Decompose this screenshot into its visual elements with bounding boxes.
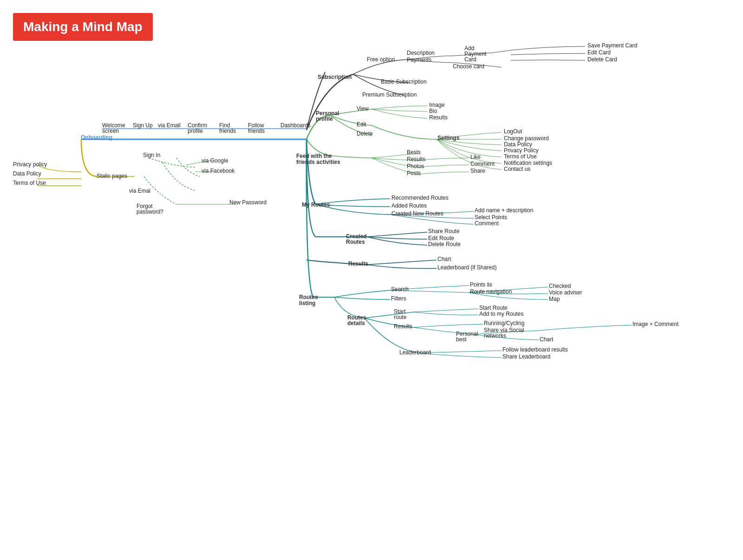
results-routes-label: Results bbox=[394, 323, 412, 330]
photos-label: Photos bbox=[407, 163, 424, 169]
add-to-my-routes-label: Add to my Routes bbox=[479, 311, 523, 317]
personal-best-label2: best bbox=[456, 336, 467, 343]
chart-routes-label: Chart bbox=[540, 336, 554, 343]
delete-route-label: Delete Route bbox=[428, 241, 461, 247]
choose-card-label: Choose card bbox=[453, 63, 484, 70]
running-cycling-label: Running/Cycling bbox=[484, 320, 524, 326]
created-new-routes-label: Created New Routes bbox=[391, 210, 443, 217]
routes-listing-label: Routes bbox=[299, 294, 318, 300]
posts-label: Posts bbox=[407, 170, 421, 176]
search-label: Search bbox=[391, 286, 409, 293]
add-payment-card-label3: Card bbox=[464, 56, 476, 63]
edit-card-label: Edit Card bbox=[587, 49, 611, 56]
follow-leaderboard-label: Follow leaderboard results bbox=[502, 346, 568, 353]
share-social-label2: networks bbox=[484, 332, 506, 339]
settings-label: Settings bbox=[437, 135, 460, 141]
results-feed-label: Results bbox=[407, 156, 425, 163]
results-view-label: Results bbox=[429, 114, 448, 121]
static-pages-label: Static pages bbox=[97, 173, 127, 179]
route-navigation-label: Route navigation bbox=[470, 288, 512, 295]
image-label: Image bbox=[429, 102, 445, 108]
leaderboard-shared-label: Leaderboard (if Shared) bbox=[437, 264, 496, 271]
checked-label: Checked bbox=[549, 283, 571, 289]
start-route-label2: route bbox=[394, 314, 407, 320]
points-lis-label: Points lis bbox=[470, 281, 492, 288]
follow-friends-label2: friends bbox=[248, 128, 265, 134]
confirm-profile-label2: profile bbox=[188, 128, 203, 134]
mindmap-canvas: Onboarding Welcome screen Sign Up via Em… bbox=[0, 0, 743, 560]
sign-in-label: Sign In bbox=[143, 152, 160, 158]
premium-subscription-label: Premium Subscription bbox=[362, 91, 417, 98]
new-password-label: New Password bbox=[229, 199, 267, 206]
via-google-label: via Google bbox=[202, 157, 228, 164]
view-label: View bbox=[357, 105, 369, 112]
via-email-label: via Email bbox=[158, 122, 181, 129]
data-policy-settings-label: Data Policy bbox=[504, 141, 532, 148]
my-routes-label: My Routes bbox=[302, 202, 330, 208]
personal-profile-label2: profile bbox=[316, 116, 333, 122]
dashboards-label: Dashboards bbox=[280, 122, 311, 129]
image-comment-label: Image + Comment bbox=[632, 321, 679, 327]
start-route-btn-label: Start Route bbox=[479, 305, 508, 311]
delete-card-label: Delete Card bbox=[587, 56, 617, 63]
routes-details-label2: details bbox=[347, 320, 365, 326]
share-route-label: Share Route bbox=[428, 228, 460, 234]
description-label: Description bbox=[407, 50, 435, 56]
recommended-routes-label: Recommended Routes bbox=[391, 195, 449, 201]
onboarding-label: Onboarding bbox=[81, 134, 112, 141]
signup-label: Sign Up bbox=[133, 122, 153, 129]
via-email-signin-label: via Emai bbox=[129, 188, 150, 194]
notification-settings-label: Notification settings bbox=[504, 160, 552, 166]
added-routes-label: Added Routes bbox=[391, 202, 427, 209]
free-option-label: Free option bbox=[367, 56, 395, 63]
contact-us-label: Contact us bbox=[504, 166, 530, 172]
comment-feed-label: Comment bbox=[470, 161, 495, 167]
results-created-label: Results bbox=[348, 260, 369, 267]
basic-subscription-label: Basic Subscription bbox=[381, 78, 427, 85]
bio-label: Bio bbox=[429, 108, 437, 114]
select-points-label: Select Points bbox=[475, 214, 507, 221]
feed-label: Feed with the bbox=[296, 153, 332, 159]
subscription-label: Subscription bbox=[318, 74, 352, 80]
forgot-password-label2: password? bbox=[137, 208, 163, 215]
via-facebook-label: via Facebook bbox=[202, 168, 235, 174]
terms-of-use-settings-label: Terms of Use bbox=[504, 153, 537, 160]
map-label: Map bbox=[549, 296, 560, 302]
edit-route-label: Edit Route bbox=[428, 235, 454, 241]
page-title-main: Making a Mind Map bbox=[23, 20, 143, 34]
save-payment-card-label: Save Payment Card bbox=[587, 42, 637, 49]
title-box-main: Making a Mind Map bbox=[13, 13, 153, 41]
add-name-desc-label: Add name + description bbox=[475, 207, 533, 214]
data-policy-label: Data Policy bbox=[13, 170, 41, 177]
delete-label: Delete bbox=[357, 130, 373, 137]
voice-adviser-label: Voice adviser bbox=[549, 289, 582, 296]
logout-label: LogOut bbox=[504, 128, 522, 135]
like-label: Like bbox=[470, 154, 481, 160]
payments-label: Payments bbox=[407, 57, 431, 63]
welcome-screen-label2: screen bbox=[102, 128, 119, 134]
feed-label2: friends activities bbox=[296, 159, 340, 165]
privacy-policy-label: Privacy policy bbox=[13, 161, 47, 168]
bests-label: Bests bbox=[407, 149, 421, 156]
routes-listing-label2: listing bbox=[299, 300, 315, 306]
created-routes-label2: Routes bbox=[346, 239, 365, 245]
edit-label: Edit bbox=[357, 121, 366, 128]
change-password-label: Change password bbox=[504, 135, 549, 142]
comment-create-label: Comment bbox=[475, 220, 499, 227]
share-label: Share bbox=[470, 168, 485, 174]
terms-of-use-label: Terms of Use bbox=[13, 180, 46, 186]
leaderboard-label: Leaderboard bbox=[399, 349, 431, 356]
filters-label: Filters bbox=[391, 295, 406, 302]
share-leaderboard-label: Share Leaderboard bbox=[502, 353, 550, 360]
find-friends-label2: friends bbox=[219, 128, 236, 134]
privacy-policy-settings-label: Privacy Policy bbox=[504, 147, 539, 154]
chart-created-label: Chart bbox=[437, 256, 451, 262]
